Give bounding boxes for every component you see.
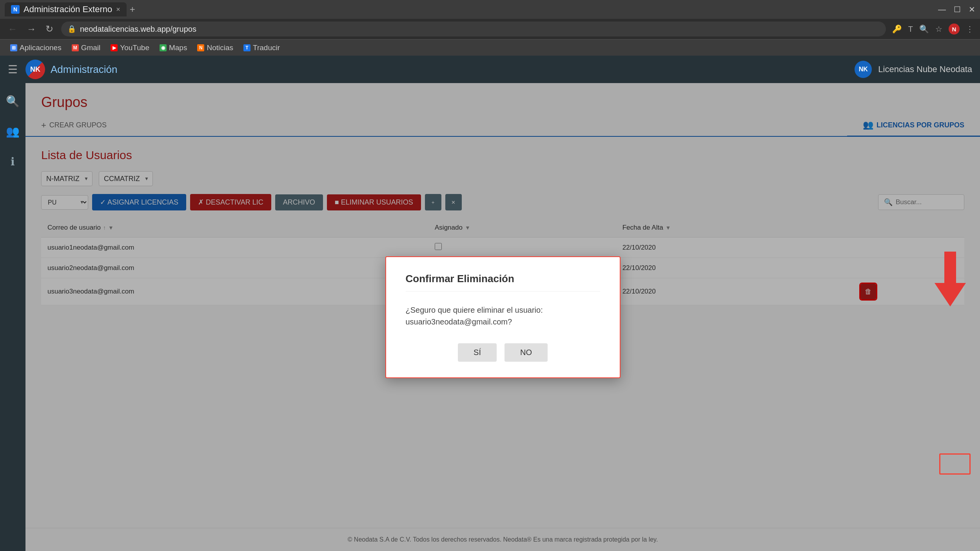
bookmark-label: YouTube: [120, 44, 149, 52]
sidebar: 🔍 👥 ℹ: [0, 83, 25, 551]
modal-actions: SÍ NO: [406, 343, 600, 362]
address-bar[interactable]: 🔒 neodatalicencias.web.app/grupos: [61, 22, 886, 36]
bookmark-label: Aplicaciones: [20, 44, 62, 52]
arrow-stem: [944, 252, 956, 283]
arrow-head: [935, 283, 966, 306]
tab-title: Administración Externo: [24, 4, 112, 14]
back-button[interactable]: ←: [6, 22, 19, 36]
bookmark-youtube[interactable]: ▶ YouTube: [107, 42, 153, 54]
confirm-no-button[interactable]: NO: [505, 343, 548, 362]
app-title: Administración: [51, 63, 118, 76]
topbar-user-label: Licencias Nube Neodata: [878, 64, 972, 74]
sidebar-item-search[interactable]: 🔍: [2, 91, 24, 112]
star-icon[interactable]: ☆: [935, 24, 942, 34]
gmail-favicon: M: [72, 44, 79, 51]
address-bar-container: ← → ↻ 🔒 neodatalicencias.web.app/grupos …: [0, 19, 980, 39]
translate-favicon: T: [243, 44, 250, 51]
app-logo-inner: NK: [25, 60, 45, 79]
browser-titlebar: N Administración Externo × + — ☐ ✕: [0, 0, 980, 19]
bookmark-label: Noticias: [207, 44, 233, 52]
maps-favicon: ◉: [160, 44, 167, 51]
bookmark-label: Gmail: [81, 44, 101, 52]
sidebar-item-users[interactable]: 👥: [2, 121, 24, 142]
noticias-favicon: N: [197, 44, 204, 51]
translate-icon[interactable]: T: [908, 25, 913, 34]
maximize-button[interactable]: ☐: [954, 5, 961, 14]
zoom-icon[interactable]: 🔍: [919, 24, 929, 34]
bookmark-label: Maps: [169, 44, 187, 52]
apps-favicon: ⊞: [10, 44, 17, 51]
topbar-right-logo: NK: [855, 61, 872, 78]
tab-close-button[interactable]: ×: [116, 5, 120, 14]
main-content: Grupos + CREAR GRUPOS 👥 LICENCIAS POR GR…: [25, 83, 980, 551]
key-icon[interactable]: 🔑: [892, 24, 902, 34]
modal-body: ¿Seguro que quiere eliminar el usuario: …: [406, 304, 600, 328]
app-topbar: ☰ NK Administración NK Licencias Nube Ne…: [0, 56, 980, 83]
bookmark-maps[interactable]: ◉ Maps: [156, 42, 191, 54]
profile-icon[interactable]: N: [949, 24, 960, 34]
sidebar-item-info[interactable]: ℹ: [7, 151, 19, 172]
bookmark-noticias[interactable]: N Noticias: [193, 42, 237, 54]
forward-button[interactable]: →: [25, 22, 38, 36]
menu-icon[interactable]: ⋮: [966, 24, 974, 34]
browser-tab[interactable]: N Administración Externo ×: [5, 2, 127, 16]
close-button[interactable]: ✕: [969, 5, 975, 14]
reload-button[interactable]: ↻: [44, 22, 55, 36]
youtube-favicon: ▶: [111, 44, 118, 51]
bookmark-label: Traducir: [253, 44, 280, 52]
address-text: neodatalicencias.web.app/grupos: [80, 25, 880, 34]
bookmark-translate[interactable]: T Traducir: [240, 42, 284, 54]
red-arrow-indicator: [935, 252, 966, 306]
modal-overlay: Confirmar Eliminación ¿Seguro que quiere…: [25, 83, 980, 551]
address-bar-icons: 🔑 T 🔍 ☆ N ⋮: [892, 24, 974, 34]
tab-favicon: N: [11, 5, 20, 14]
confirm-yes-button[interactable]: SÍ: [458, 343, 497, 362]
window-controls: — ☐ ✕: [938, 5, 975, 14]
modal-title: Confirmar Eliminación: [406, 273, 600, 292]
bookmark-gmail[interactable]: M Gmail: [68, 42, 105, 54]
minimize-button[interactable]: —: [938, 5, 946, 14]
lock-icon: 🔒: [67, 25, 76, 33]
app-logo: NK: [25, 60, 45, 79]
new-tab-button[interactable]: +: [130, 4, 135, 15]
hamburger-button[interactable]: ☰: [8, 63, 18, 76]
confirm-dialog: Confirmar Eliminación ¿Seguro que quiere…: [385, 256, 621, 378]
topbar-right: NK Licencias Nube Neodata: [855, 61, 972, 78]
bookmark-aplicaciones[interactable]: ⊞ Aplicaciones: [6, 42, 65, 54]
bookmarks-bar: ⊞ Aplicaciones M Gmail ▶ YouTube ◉ Maps …: [0, 39, 980, 56]
